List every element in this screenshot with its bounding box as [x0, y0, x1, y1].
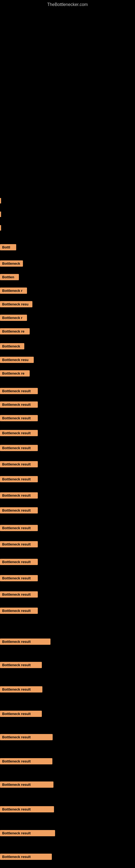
bottleneck-item-33[interactable]: Bottleneck result	[0, 830, 55, 836]
bottleneck-item-34[interactable]: Bottleneck result	[0, 854, 52, 860]
bottleneck-item-29[interactable]: Bottleneck result	[0, 734, 53, 740]
bottleneck-item-10[interactable]: Bottleneck result	[0, 388, 38, 394]
bottleneck-item-21[interactable]: Bottleneck result	[0, 559, 38, 565]
bottleneck-item-16[interactable]: Bottleneck result	[0, 476, 38, 482]
bottleneck-item-28[interactable]: Bottleneck result	[0, 711, 42, 717]
bottleneck-item-26[interactable]: Bottleneck result	[0, 662, 42, 668]
bottleneck-item-11[interactable]: Bottleneck result	[0, 401, 38, 408]
bottleneck-item-7[interactable]: Bottleneck	[0, 343, 24, 349]
bottleneck-item-1[interactable]: Bottleneck	[0, 260, 23, 267]
bottleneck-item-27[interactable]: Bottleneck result	[0, 686, 42, 692]
indicator-bar-1	[0, 212, 1, 217]
bottleneck-item-3[interactable]: Bottleneck r	[0, 287, 27, 294]
bottleneck-item-17[interactable]: Bottleneck result	[0, 492, 38, 499]
bottleneck-item-19[interactable]: Bottleneck result	[0, 525, 38, 531]
page-container: TheBottlenecker.com BottlBottleneckBottl…	[0, 0, 135, 868]
bottleneck-item-24[interactable]: Bottleneck result	[0, 608, 38, 614]
bottleneck-item-25[interactable]: Bottleneck result	[0, 639, 50, 645]
indicator-bar-0	[0, 198, 1, 204]
bottleneck-item-12[interactable]: Bottleneck result	[0, 415, 38, 421]
bottleneck-item-32[interactable]: Bottleneck result	[0, 806, 54, 812]
bottleneck-item-22[interactable]: Bottleneck result	[0, 575, 38, 581]
site-title: TheBottlenecker.com	[0, 0, 135, 7]
bottleneck-item-20[interactable]: Bottleneck result	[0, 541, 38, 547]
bottleneck-item-23[interactable]: Bottleneck result	[0, 591, 38, 597]
bottleneck-item-9[interactable]: Bottleneck re	[0, 370, 30, 376]
bottleneck-item-18[interactable]: Bottleneck result	[0, 507, 38, 514]
bottleneck-item-30[interactable]: Bottleneck result	[0, 758, 52, 764]
bottleneck-item-0[interactable]: Bottl	[0, 244, 16, 250]
bottleneck-item-15[interactable]: Bottleneck result	[0, 461, 38, 467]
bottleneck-item-2[interactable]: Bottlen	[0, 274, 19, 280]
bottleneck-item-8[interactable]: Bottleneck resu	[0, 357, 34, 363]
bottleneck-item-31[interactable]: Bottleneck result	[0, 781, 53, 788]
bottleneck-item-14[interactable]: Bottleneck result	[0, 445, 38, 451]
bottleneck-item-5[interactable]: Bottleneck r	[0, 315, 27, 321]
bottleneck-item-4[interactable]: Bottleneck resu	[0, 301, 32, 307]
bottleneck-item-13[interactable]: Bottleneck result	[0, 430, 38, 436]
indicator-bar-2	[0, 225, 1, 230]
bottleneck-item-6[interactable]: Bottleneck re	[0, 328, 30, 335]
